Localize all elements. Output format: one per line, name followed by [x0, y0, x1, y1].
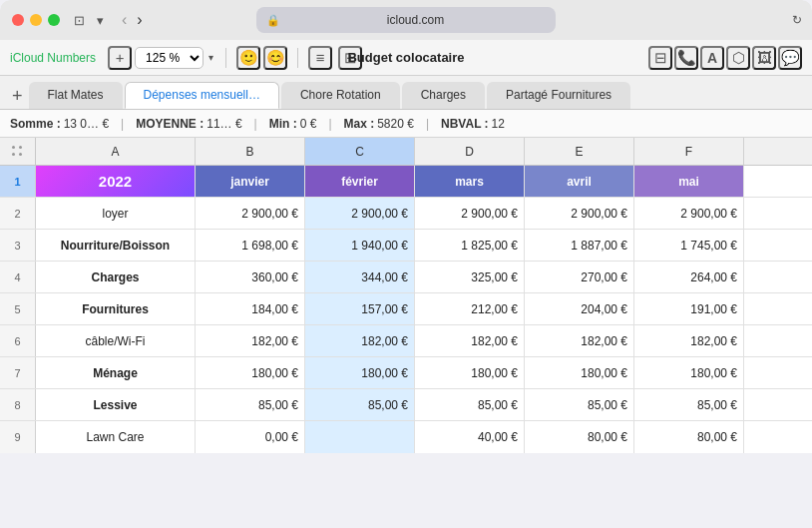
- col-header-e[interactable]: E: [525, 138, 634, 165]
- tab-partage[interactable]: Partagé Fournitures: [487, 82, 630, 109]
- cell-6-d[interactable]: 182,00 €: [415, 325, 525, 356]
- cell-4-e[interactable]: 270,00 €: [525, 262, 634, 292]
- cell-6-b[interactable]: 182,00 €: [196, 325, 305, 356]
- cell-3-e[interactable]: 1 887,00 €: [525, 230, 634, 261]
- format-shape-icon[interactable]: ⬡: [726, 46, 750, 70]
- cell-4-b[interactable]: 360,00 €: [196, 262, 305, 292]
- cell-8-c[interactable]: 85,00 €: [305, 389, 415, 420]
- traffic-lights[interactable]: [12, 14, 60, 26]
- sidebar-toggle[interactable]: ⊡: [68, 10, 91, 31]
- cell-9-c[interactable]: [305, 421, 415, 453]
- row-num-4[interactable]: 4: [0, 262, 36, 292]
- reload-button[interactable]: ↻: [792, 13, 802, 27]
- cell-8-e[interactable]: 85,00 €: [525, 389, 634, 420]
- cell-9-e[interactable]: 80,00 €: [525, 421, 634, 453]
- cell-7-f[interactable]: 180,00 €: [634, 357, 744, 388]
- format-text-icon[interactable]: A: [700, 46, 724, 70]
- cell-8-a[interactable]: Lessive: [36, 389, 196, 420]
- format-table-icon[interactable]: ⊟: [648, 46, 672, 70]
- col-header-a[interactable]: A: [36, 138, 196, 165]
- row-num-3[interactable]: 3: [0, 230, 36, 261]
- cell-2-b[interactable]: 2 900,00 €: [196, 198, 305, 229]
- maximize-button[interactable]: [48, 14, 60, 26]
- cell-7-d[interactable]: 180,00 €: [415, 357, 525, 388]
- emoji-smiley-icon[interactable]: 🙂: [236, 46, 260, 70]
- row-num-5[interactable]: 5: [0, 293, 36, 324]
- cell-2-c[interactable]: 2 900,00 €: [305, 198, 415, 229]
- zoom-selector[interactable]: 125 % 100 % 75 %: [135, 47, 203, 69]
- tab-depenses[interactable]: Dépenses mensuell…: [125, 82, 279, 109]
- emoji-happy-icon[interactable]: 😊: [263, 46, 287, 70]
- row-num-7[interactable]: 7: [0, 357, 36, 388]
- cell-4-a[interactable]: Charges: [36, 262, 196, 292]
- row-num-9[interactable]: 9: [0, 421, 36, 453]
- cell-8-d[interactable]: 85,00 €: [415, 389, 525, 420]
- add-sheet-button[interactable]: +: [8, 87, 29, 109]
- cell-8-f[interactable]: 85,00 €: [634, 389, 744, 420]
- zoom-chevron[interactable]: ▾: [206, 52, 215, 63]
- format-comment-icon[interactable]: 💬: [778, 46, 802, 70]
- cell-9-f[interactable]: 80,00 €: [634, 421, 744, 453]
- cell-4-f[interactable]: 264,00 €: [634, 262, 744, 292]
- col-header-f[interactable]: F: [634, 138, 744, 165]
- cell-6-f[interactable]: 182,00 €: [634, 325, 744, 356]
- cell-1-e[interactable]: avril: [525, 166, 634, 197]
- cell-5-c[interactable]: 157,00 €: [305, 293, 415, 324]
- cell-2-e[interactable]: 2 900,00 €: [525, 198, 634, 229]
- col-header-d[interactable]: D: [415, 138, 525, 165]
- row-num-6[interactable]: 6: [0, 325, 36, 356]
- cell-9-a[interactable]: Lawn Care: [36, 421, 196, 453]
- nav-forward[interactable]: ›: [133, 11, 146, 29]
- cell-2-d[interactable]: 2 900,00 €: [415, 198, 525, 229]
- tab-chore-rotation[interactable]: Chore Rotation: [281, 82, 400, 109]
- tab-charges[interactable]: Charges: [402, 82, 485, 109]
- cell-7-c[interactable]: 180,00 €: [305, 357, 415, 388]
- format-media-icon[interactable]: 🖼: [752, 46, 776, 70]
- row-num-8[interactable]: 8: [0, 389, 36, 420]
- col-header-c[interactable]: C: [305, 138, 415, 165]
- cell-7-a[interactable]: Ménage: [36, 357, 196, 388]
- minimize-button[interactable]: [30, 14, 42, 26]
- cell-6-c[interactable]: 182,00 €: [305, 325, 415, 356]
- spreadsheet-area: A B C D E F 1 2022 janvier février mars …: [0, 138, 812, 453]
- cell-6-e[interactable]: 182,00 €: [525, 325, 634, 356]
- cell-7-e[interactable]: 180,00 €: [525, 357, 634, 388]
- url-text: icloud.com: [285, 13, 546, 27]
- cell-2-f[interactable]: 2 900,00 €: [634, 198, 744, 229]
- cell-3-f[interactable]: 1 745,00 €: [634, 230, 744, 261]
- cell-9-d[interactable]: 40,00 €: [415, 421, 525, 453]
- row-num-1[interactable]: 1: [0, 166, 36, 197]
- cell-5-e[interactable]: 204,00 €: [525, 293, 634, 324]
- cell-9-b[interactable]: 0,00 €: [196, 421, 305, 453]
- cell-7-b[interactable]: 180,00 €: [196, 357, 305, 388]
- cell-1-b[interactable]: janvier: [196, 166, 305, 197]
- cell-5-d[interactable]: 212,00 €: [415, 293, 525, 324]
- cell-3-c[interactable]: 1 940,00 €: [305, 230, 415, 261]
- close-button[interactable]: [12, 14, 24, 26]
- cell-1-f[interactable]: mai: [634, 166, 744, 197]
- cell-8-b[interactable]: 85,00 €: [196, 389, 305, 420]
- row-num-2[interactable]: 2: [0, 198, 36, 229]
- tab-flat-mates[interactable]: Flat Mates: [29, 82, 123, 109]
- add-sheet-icon[interactable]: +: [108, 46, 132, 70]
- formula-sep-1: |: [121, 117, 124, 131]
- cell-1-d[interactable]: mars: [415, 166, 525, 197]
- cell-5-a[interactable]: Fournitures: [36, 293, 196, 324]
- drag-handle[interactable]: [10, 144, 26, 160]
- cell-3-a[interactable]: Nourriture/Boisson: [36, 230, 196, 261]
- cell-3-d[interactable]: 1 825,00 €: [415, 230, 525, 261]
- sidebar-toggle2[interactable]: ▾: [91, 10, 110, 31]
- cell-5-f[interactable]: 191,00 €: [634, 293, 744, 324]
- list-icon[interactable]: ≡: [308, 46, 332, 70]
- cell-1-a[interactable]: 2022: [36, 166, 196, 197]
- cell-4-c[interactable]: 344,00 €: [305, 262, 415, 292]
- nav-back[interactable]: ‹: [118, 11, 131, 29]
- cell-5-b[interactable]: 184,00 €: [196, 293, 305, 324]
- cell-1-c[interactable]: février: [305, 166, 415, 197]
- col-header-b[interactable]: B: [196, 138, 305, 165]
- format-chart-icon[interactable]: 📞: [674, 46, 698, 70]
- cell-2-a[interactable]: loyer: [36, 198, 196, 229]
- cell-6-a[interactable]: câble/Wi-Fi: [36, 325, 196, 356]
- cell-3-b[interactable]: 1 698,00 €: [196, 230, 305, 261]
- cell-4-d[interactable]: 325,00 €: [415, 262, 525, 292]
